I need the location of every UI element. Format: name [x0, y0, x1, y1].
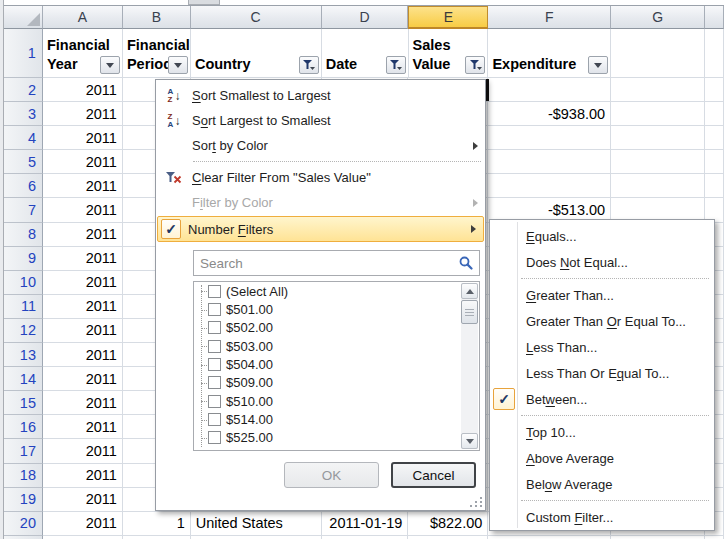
- checkbox[interactable]: [208, 303, 221, 316]
- scroll-up-button[interactable]: [461, 283, 478, 299]
- filter-value-item[interactable]: $504.00: [194, 355, 479, 373]
- row-header[interactable]: 18: [4, 464, 43, 488]
- cell-a[interactable]: 2011: [43, 391, 123, 415]
- checkbox[interactable]: [208, 285, 221, 298]
- scrollbar-thumb[interactable]: [461, 300, 478, 324]
- cell-g[interactable]: [611, 78, 705, 102]
- field-header-sales-value[interactable]: Sales Value: [409, 29, 489, 78]
- filter-dropdown-button-b[interactable]: [168, 56, 188, 74]
- column-header-c[interactable]: C: [191, 6, 322, 29]
- row-header-1[interactable]: 1: [4, 29, 43, 78]
- submenu-item-below-average[interactable]: Below Average: [490, 471, 714, 497]
- cell-a[interactable]: 2011: [43, 367, 123, 391]
- checkbox[interactable]: [208, 358, 221, 371]
- cell-a[interactable]: 2011: [43, 464, 123, 488]
- cell-a[interactable]: 2011: [43, 126, 123, 150]
- cell-a[interactable]: 2011: [43, 512, 123, 536]
- field-header-financial-year[interactable]: Financial Year: [43, 29, 123, 78]
- menu-item-sort-by-color[interactable]: Sort by Color: [156, 133, 485, 158]
- cell-g[interactable]: [611, 126, 705, 150]
- cell-d[interactable]: 2011-01-19: [322, 512, 409, 536]
- menu-item-number-filters[interactable]: ✓ Number Filters: [157, 216, 484, 242]
- cell-f[interactable]: [488, 78, 611, 102]
- filter-value-item[interactable]: (Select All): [194, 282, 479, 300]
- submenu-item-greater-than[interactable]: Greater Than...: [490, 282, 714, 308]
- row-header[interactable]: 19: [4, 488, 43, 512]
- ok-button[interactable]: OK: [284, 462, 379, 488]
- cell-f[interactable]: [488, 174, 611, 198]
- filter-value-item[interactable]: $510.00: [194, 392, 479, 410]
- filter-value-item[interactable]: $501.00: [194, 300, 479, 318]
- filter-value-item[interactable]: $514.00: [194, 410, 479, 428]
- field-header-country[interactable]: Country: [191, 29, 322, 78]
- menu-item-sort-smallest-to-largest[interactable]: AZ↓ Sort Smallest to Largest: [156, 83, 485, 108]
- cell-g[interactable]: [611, 102, 705, 126]
- checkbox[interactable]: [208, 376, 221, 389]
- filter-value-item[interactable]: $502.00: [194, 319, 479, 337]
- submenu-item-less-than[interactable]: Less Than...: [490, 334, 714, 360]
- menu-item-sort-largest-to-smallest[interactable]: ZA↓ Sort Largest to Smallest: [156, 108, 485, 133]
- cell-a[interactable]: 2011: [43, 150, 123, 174]
- row-header[interactable]: 13: [4, 343, 43, 367]
- cell-a[interactable]: 2011: [43, 488, 123, 512]
- row-header[interactable]: 20: [4, 512, 43, 536]
- row-header[interactable]: 9: [4, 247, 43, 271]
- column-header-g[interactable]: G: [611, 6, 705, 29]
- cell-a[interactable]: 2011: [43, 247, 123, 271]
- cell-e[interactable]: $822.00: [408, 512, 488, 536]
- submenu-item-does-not-equal[interactable]: Does Not Equal...: [490, 249, 714, 275]
- submenu-item-greater-than-or-equal[interactable]: Greater Than Or Equal To...: [490, 308, 714, 334]
- scrollbar[interactable]: [461, 283, 478, 449]
- row-header[interactable]: 3: [4, 102, 43, 126]
- row-header[interactable]: 17: [4, 439, 43, 463]
- filter-value-item[interactable]: [194, 447, 479, 451]
- select-all-corner[interactable]: [4, 6, 43, 29]
- row-header[interactable]: 6: [4, 174, 43, 198]
- submenu-item-custom-filter[interactable]: Custom Filter...: [490, 504, 714, 530]
- filter-value-item[interactable]: $525.00: [194, 429, 479, 447]
- row-header[interactable]: 12: [4, 319, 43, 343]
- column-header-e-selected[interactable]: E: [408, 6, 488, 29]
- row-header[interactable]: 15: [4, 391, 43, 415]
- filter-applied-button-d[interactable]: [386, 56, 406, 74]
- checkbox[interactable]: [208, 340, 221, 353]
- cell-a[interactable]: 2011: [43, 223, 123, 247]
- cell-f[interactable]: [488, 150, 611, 174]
- field-header-expenditure[interactable]: Expenditure: [488, 29, 611, 78]
- checkbox[interactable]: [208, 395, 221, 408]
- cell-a[interactable]: 2011: [43, 439, 123, 463]
- column-header-d[interactable]: D: [322, 6, 409, 29]
- cell-b[interactable]: 1: [123, 512, 191, 536]
- cell-g1[interactable]: [611, 29, 705, 78]
- filter-dropdown-button-f[interactable]: [588, 56, 608, 74]
- submenu-item-above-average[interactable]: Above Average: [490, 445, 714, 471]
- search-input[interactable]: [193, 250, 480, 276]
- submenu-item-less-than-or-equal[interactable]: Less Than Or Equal To...: [490, 360, 714, 386]
- cell-f[interactable]: -$938.00: [488, 102, 611, 126]
- field-header-date[interactable]: Date: [322, 29, 409, 78]
- row-header[interactable]: 16: [4, 415, 43, 439]
- filter-value-item[interactable]: $503.00: [194, 337, 479, 355]
- filter-applied-button-e[interactable]: [465, 56, 485, 74]
- submenu-item-between[interactable]: Between...: [490, 386, 714, 412]
- cell-a[interactable]: 2011: [43, 415, 123, 439]
- cell-a[interactable]: 2011: [43, 198, 123, 222]
- cell-a[interactable]: 2011: [43, 174, 123, 198]
- row-header[interactable]: 8: [4, 223, 43, 247]
- checkbox[interactable]: [208, 431, 221, 444]
- checkbox[interactable]: [208, 413, 221, 426]
- cell-a[interactable]: 2011: [43, 343, 123, 367]
- cell-c[interactable]: United States: [191, 512, 322, 536]
- row-header[interactable]: 5: [4, 150, 43, 174]
- cell-a[interactable]: 2011: [43, 271, 123, 295]
- cell-g[interactable]: [611, 174, 705, 198]
- cancel-button[interactable]: Cancel: [391, 462, 476, 488]
- cell-a[interactable]: 2011: [43, 319, 123, 343]
- cell-g[interactable]: [611, 150, 705, 174]
- submenu-item-top-10[interactable]: Top 10...: [490, 419, 714, 445]
- cell-f[interactable]: [488, 126, 611, 150]
- filter-applied-button-c[interactable]: [299, 56, 319, 74]
- filter-value-item[interactable]: $509.00: [194, 374, 479, 392]
- cell-a[interactable]: 2011: [43, 295, 123, 319]
- row-header[interactable]: 2: [4, 78, 43, 102]
